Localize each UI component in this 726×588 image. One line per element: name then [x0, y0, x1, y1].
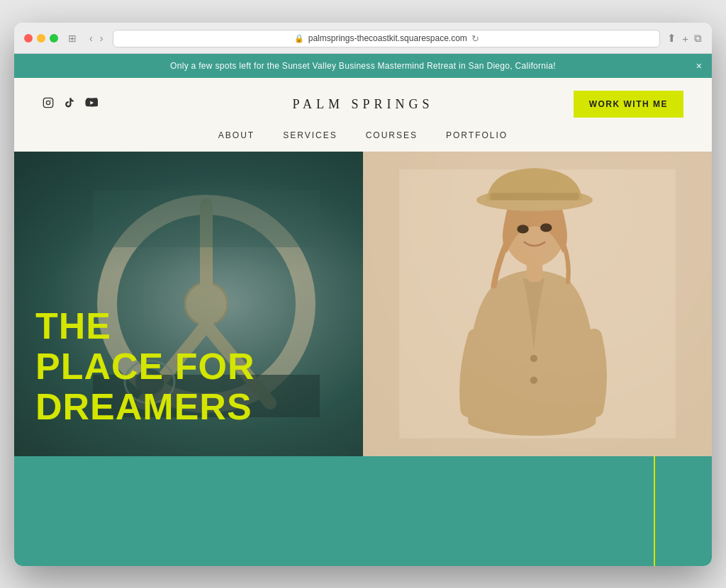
teal-yellow-divider — [654, 456, 655, 566]
hero-right-panel — [363, 152, 712, 456]
url-text: palmsprings-thecoastkit.squarespace.com — [308, 33, 467, 43]
svg-rect-23 — [363, 152, 712, 456]
tiktok-link[interactable] — [64, 97, 75, 111]
nav-courses[interactable]: COURSES — [366, 130, 418, 140]
svg-point-2 — [50, 100, 51, 101]
site-header: PALM SPRINGS WORK WITH ME — [14, 78, 712, 130]
nav-portfolio[interactable]: PORTFOLIO — [446, 130, 508, 140]
hero-section: THE PLACE FOR DREAMERS — [14, 152, 712, 456]
browser-chrome: ⊞ ‹ › 🔒 palmsprings-thecoastkit.squaresp… — [14, 23, 712, 54]
hero-headline: THE PLACE FOR DREAMERS — [35, 306, 255, 428]
lock-icon: 🔒 — [294, 34, 304, 43]
browser-window: ⊞ ‹ › 🔒 palmsprings-thecoastkit.squaresp… — [14, 23, 712, 566]
share-button[interactable]: ⬆ — [667, 32, 676, 45]
forward-button[interactable]: › — [97, 31, 106, 45]
announcement-banner: Only a few spots left for the Sunset Val… — [14, 54, 712, 78]
svg-rect-0 — [43, 98, 52, 107]
website-content: Only a few spots left for the Sunset Val… — [14, 54, 712, 566]
back-button[interactable]: ‹ — [86, 31, 96, 45]
headline-line1: THE — [35, 306, 255, 346]
teal-bottom-section — [14, 456, 712, 566]
announcement-text: Only a few spots left for the Sunset Val… — [170, 61, 556, 71]
minimize-button[interactable] — [37, 34, 45, 43]
site-logo[interactable]: PALM SPRINGS — [293, 96, 434, 111]
address-bar[interactable]: 🔒 palmsprings-thecoastkit.squarespace.co… — [113, 30, 660, 47]
nav-services[interactable]: SERVICES — [283, 130, 337, 140]
close-button[interactable] — [24, 34, 33, 43]
banner-close-button[interactable]: × — [696, 60, 702, 72]
maximize-button[interactable] — [50, 34, 58, 43]
work-with-me-button[interactable]: WORK WITH ME — [574, 91, 683, 118]
browser-actions: ⬆ + ⧉ — [667, 32, 702, 45]
social-icons — [43, 97, 98, 111]
traffic-lights — [24, 34, 58, 43]
teal-content-area — [14, 456, 712, 566]
headline-line2: PLACE FOR — [35, 346, 255, 387]
new-tab-button[interactable]: + — [682, 33, 688, 45]
window-controls: ⊞ — [24, 31, 79, 45]
youtube-link[interactable] — [85, 98, 98, 110]
headline-line3: DREAMERS — [35, 387, 255, 427]
site-navigation: ABOUT SERVICES COURSES PORTFOLIO — [14, 130, 712, 152]
instagram-link[interactable] — [43, 97, 54, 111]
reload-button[interactable]: ↻ — [471, 33, 479, 44]
nav-about[interactable]: ABOUT — [218, 130, 255, 140]
svg-point-1 — [46, 101, 50, 104]
duplicate-button[interactable]: ⧉ — [694, 32, 702, 45]
hero-left-panel: THE PLACE FOR DREAMERS — [14, 152, 363, 456]
sidebar-toggle-button[interactable]: ⊞ — [65, 31, 79, 45]
nav-buttons: ‹ › — [86, 31, 106, 45]
